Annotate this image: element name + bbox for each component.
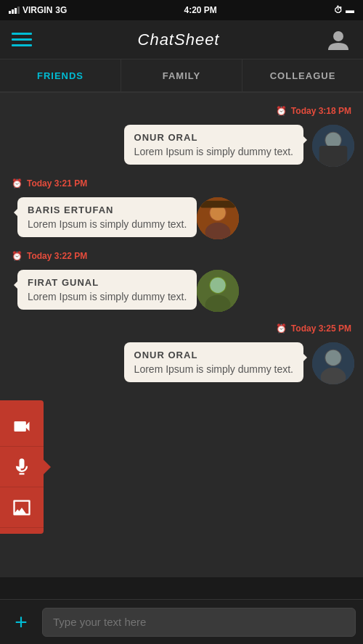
bubble-name-3: FIRAT GUNAL	[28, 277, 187, 288]
svg-point-18	[325, 350, 340, 366]
status-right: ⏱ ▬	[334, 5, 354, 15]
microphone-icon	[12, 457, 32, 477]
message-row-2: BARIS ERTUFAN Lorem Ipsum is simply dumm…	[0, 194, 363, 242]
bubble-text-4: Lorem Ipsum is simply dummy text.	[134, 363, 293, 375]
clock-icon-3: ⏰	[12, 251, 23, 261]
app-title: ChatSheet	[138, 30, 220, 49]
avatar-4	[312, 342, 354, 384]
carrier-text: VIRGIN	[23, 5, 52, 15]
tab-friends[interactable]: FRIENDS	[0, 59, 121, 91]
avatar-image-3	[197, 270, 239, 312]
hamburger-line-2	[12, 38, 32, 41]
svg-rect-10	[200, 201, 235, 208]
bubble-name-2: BARIS ERTUFAN	[28, 205, 187, 215]
bubble-text-3: Lorem Ipsum is simply dummy text.	[28, 291, 187, 302]
timestamp-2: Today 3:21 PM	[27, 178, 87, 189]
timestamp-4: Today 3:25 PM	[291, 323, 351, 334]
chat-area: ⏰ Today 3:18 PM ONUR ORAL Lorem Ipsum is…	[0, 93, 363, 577]
header: ChatSheet	[0, 20, 363, 59]
tab-family[interactable]: FAMILY	[121, 59, 242, 91]
bubble-name-4: ONUR ORAL	[134, 350, 293, 360]
timestamp-row-2: ⏰ Today 3:21 PM	[0, 173, 363, 194]
status-left: VIRGIN 3G	[9, 5, 67, 15]
bubble-1: ONUR ORAL Lorem Ipsum is simply dummy te…	[124, 125, 303, 165]
hamburger-line-3	[12, 44, 32, 46]
timestamp-1: Today 3:18 PM	[291, 106, 351, 116]
microphone-button[interactable]	[0, 447, 44, 487]
message-row-3: FIRAT GUNAL Lorem Ipsum is simply dummy …	[0, 267, 363, 315]
tab-colleague[interactable]: COLLEAGUE	[242, 59, 363, 91]
timestamp-row-4: ⏰ Today 3:25 PM	[0, 318, 363, 339]
avatar-image-1	[312, 125, 354, 167]
svg-point-14	[211, 278, 226, 293]
network-text: 3G	[55, 5, 67, 15]
video-button[interactable]	[0, 406, 44, 447]
plus-button[interactable]: +	[7, 608, 35, 636]
bubble-name-1: ONUR ORAL	[134, 132, 293, 143]
bubble-3: FIRAT GUNAL Lorem Ipsum is simply dummy …	[17, 270, 197, 310]
image-icon	[12, 498, 32, 518]
clock-icon-1: ⏰	[276, 106, 287, 116]
media-sidebar	[0, 400, 44, 534]
bubble-2: BARIS ERTUFAN Lorem Ipsum is simply dumm…	[17, 197, 197, 237]
bubble-text-1: Lorem Ipsum is simply dummy text.	[134, 146, 293, 157]
clock-status-icon: ⏱	[334, 5, 343, 15]
avatar-image-2	[197, 197, 239, 239]
avatar-image-4	[312, 342, 354, 384]
message-row-1: ONUR ORAL Lorem Ipsum is simply dummy te…	[0, 122, 363, 170]
clock-icon-4: ⏰	[276, 323, 287, 334]
timestamp-row-1: ⏰ Today 3:18 PM	[0, 100, 363, 122]
bubble-text-2: Lorem Ipsum is simply dummy text.	[28, 218, 187, 230]
input-bar: +	[0, 599, 363, 644]
avatar-2	[197, 197, 239, 239]
user-icon	[327, 28, 350, 51]
timestamp-row-3: ⏰ Today 3:22 PM	[0, 245, 363, 267]
user-profile-button[interactable]	[325, 27, 351, 53]
clock-icon-2: ⏰	[12, 178, 23, 189]
bubble-4: ONUR ORAL Lorem Ipsum is simply dummy te…	[124, 342, 303, 382]
battery-icon: ▬	[346, 5, 354, 15]
svg-point-0	[333, 31, 343, 41]
video-icon	[12, 416, 32, 437]
message-row-4: ONUR ORAL Lorem Ipsum is simply dummy te…	[0, 339, 363, 387]
sidebar-arrow	[44, 460, 51, 474]
hamburger-line-1	[12, 33, 32, 35]
hamburger-menu[interactable]	[12, 33, 32, 46]
status-time: 4:20 PM	[184, 5, 217, 15]
tab-bar: FRIENDS FAMILY COLLEAGUE	[0, 59, 363, 93]
message-input[interactable]	[42, 608, 356, 637]
svg-point-4	[325, 133, 340, 148]
avatar-3	[197, 270, 239, 312]
signal-bars	[9, 7, 20, 14]
status-bar: VIRGIN 3G 4:20 PM ⏱ ▬	[0, 0, 363, 20]
svg-rect-5	[319, 146, 348, 167]
image-button[interactable]	[0, 487, 44, 528]
timestamp-3: Today 3:22 PM	[27, 251, 87, 261]
avatar-1	[312, 125, 354, 167]
